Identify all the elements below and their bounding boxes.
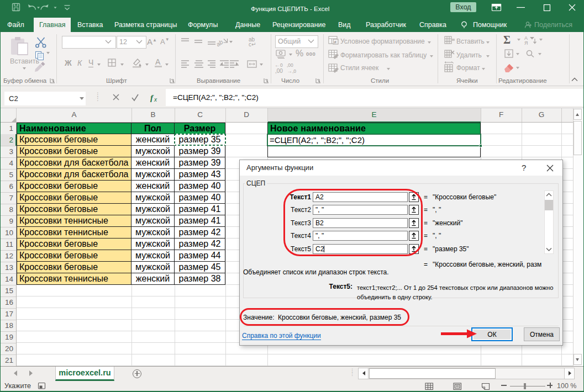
svg-text:Я: Я [524, 40, 528, 45]
svg-text:x: x [154, 97, 157, 103]
svg-text:А: А [524, 35, 528, 41]
svg-text:c↵: c↵ [249, 41, 256, 47]
svg-text:ab: ab [215, 39, 224, 48]
svg-text:f: f [150, 93, 154, 102]
svg-text:≠: ≠ [334, 40, 337, 45]
